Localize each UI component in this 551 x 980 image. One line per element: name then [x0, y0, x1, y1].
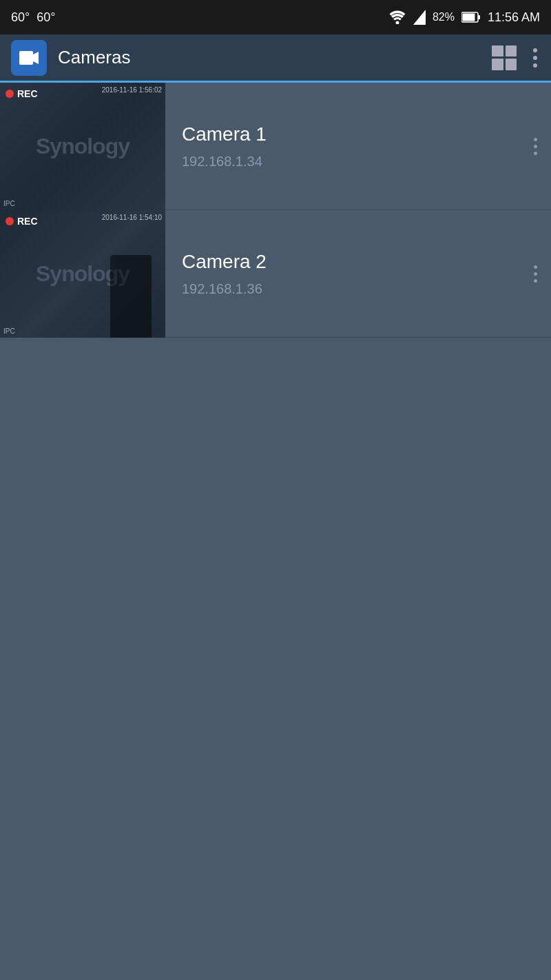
- timestamp-2: 2016-11-16 1:54:10: [102, 214, 162, 221]
- camera-ip-1: 192.168.1.34: [182, 154, 503, 170]
- temp1: 60°: [11, 10, 30, 25]
- status-bar: 60° 60° 82% 11:56 AM: [0, 0, 551, 34]
- svg-marker-6: [33, 52, 39, 64]
- rec-badge-1: REC: [6, 88, 38, 99]
- grid-cell: [506, 45, 517, 57]
- timestamp-1: 2016-11-16 1:56:02: [102, 86, 162, 94]
- header-left: Cameras: [11, 40, 130, 76]
- more-dot: [533, 48, 537, 52]
- more-options-button[interactable]: [530, 45, 540, 70]
- camera-menu-2[interactable]: [520, 265, 551, 283]
- grid-cell: [492, 45, 503, 57]
- menu-dot: [534, 152, 537, 155]
- time: 11:56 AM: [488, 10, 540, 25]
- temp2: 60°: [37, 10, 55, 25]
- camera-thumbnail-2: Synology REC 2016-11-16 1:54:10 IPC: [0, 210, 165, 338]
- menu-dot: [534, 145, 537, 148]
- grid-cell: [506, 59, 517, 70]
- camera-item[interactable]: Synology REC 2016-11-16 1:56:02 IPC Came…: [0, 83, 551, 210]
- grid-view-button[interactable]: [492, 45, 517, 70]
- menu-dot: [534, 138, 537, 141]
- camera-menu-1[interactable]: [520, 138, 551, 155]
- cam-label-1: IPC: [3, 200, 15, 207]
- synology-watermark: Synology: [36, 134, 129, 159]
- camera-info-1: Camera 1 192.168.1.34: [165, 123, 520, 170]
- rec-label-2: REC: [17, 216, 38, 227]
- svg-marker-1: [413, 10, 426, 25]
- camera-ip-2: 192.168.1.36: [182, 281, 503, 297]
- rec-dot: [6, 90, 14, 98]
- camera-info-2: Camera 2 192.168.1.36: [165, 251, 520, 297]
- svg-point-0: [395, 21, 399, 25]
- menu-dot: [534, 272, 537, 276]
- cam-label-2: IPC: [3, 327, 15, 335]
- battery-icon: [461, 12, 481, 23]
- camera-feed-2: Synology: [0, 210, 165, 338]
- camera-name-1: Camera 1: [182, 123, 503, 145]
- battery-percentage: 82%: [433, 11, 455, 23]
- status-bar-temps: 60° 60°: [11, 10, 55, 25]
- more-dot: [533, 56, 537, 60]
- camera-feed-1: Synology: [0, 83, 165, 210]
- svg-rect-3: [462, 14, 475, 21]
- camera-list: Synology REC 2016-11-16 1:56:02 IPC Came…: [0, 83, 551, 338]
- app-icon: [11, 40, 47, 76]
- wifi-icon: [388, 10, 406, 24]
- grid-cell: [492, 59, 503, 70]
- app-title: Cameras: [58, 47, 130, 68]
- app-header: Cameras: [0, 34, 551, 83]
- rec-dot: [6, 217, 14, 225]
- svg-rect-5: [19, 51, 33, 65]
- svg-rect-4: [478, 15, 480, 19]
- signal-icon: [413, 10, 426, 25]
- header-right: [492, 45, 540, 70]
- menu-dot: [534, 265, 537, 269]
- more-dot: [533, 63, 537, 68]
- status-bar-icons: 82% 11:56 AM: [388, 10, 540, 25]
- camera-figure: [110, 255, 152, 338]
- menu-dot: [534, 279, 537, 283]
- camera-name-2: Camera 2: [182, 251, 503, 273]
- rec-label-1: REC: [17, 88, 38, 99]
- camera-item[interactable]: Synology REC 2016-11-16 1:54:10 IPC Came…: [0, 210, 551, 338]
- camera-thumbnail-1: Synology REC 2016-11-16 1:56:02 IPC: [0, 83, 165, 210]
- rec-badge-2: REC: [6, 216, 38, 227]
